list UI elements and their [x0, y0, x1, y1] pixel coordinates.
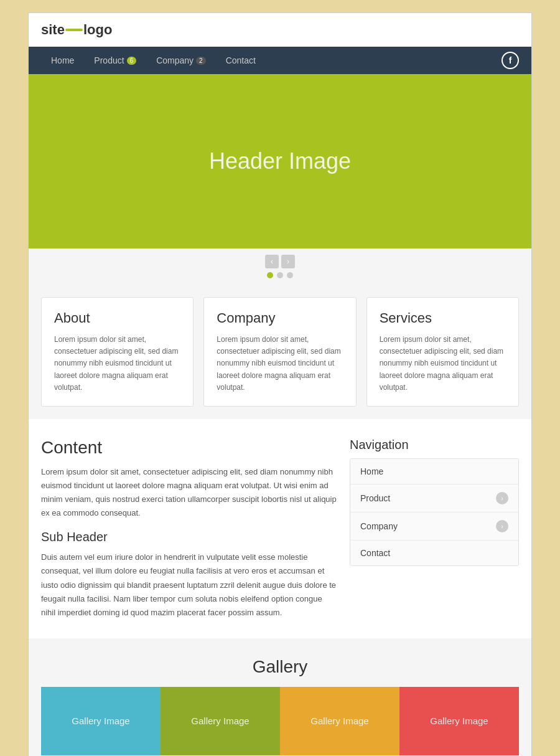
slider-prev-button[interactable]: ‹	[265, 255, 279, 268]
nav-item-contact[interactable]: Contact	[216, 47, 266, 74]
content-title: Content	[41, 438, 337, 458]
slider-arrows: ‹ ›	[265, 255, 295, 268]
card-about: About Lorem ipsum dolor sit amet, consec…	[41, 297, 194, 407]
gallery-section: Gallery Gallery Image Gallery Image Gall…	[29, 638, 531, 756]
slider-dot-2[interactable]	[277, 272, 283, 278]
nav-item-home-label: Home	[51, 55, 74, 65]
site-header: sitelogo	[29, 13, 531, 47]
gallery-item-1[interactable]: Gallery Image	[41, 687, 161, 755]
sidebar-nav: Home Product › Company › Contact	[350, 458, 519, 566]
nav-badge-company: 2	[196, 57, 206, 65]
sidebar-nav-home-label: Home	[360, 466, 383, 476]
card-company: Company Lorem ipsum dolor sit amet, cons…	[203, 297, 356, 407]
sidebar-nav-title: Navigation	[350, 438, 519, 452]
sidebar-nav-company-arrow: ›	[496, 520, 508, 532]
nav-item-product[interactable]: Product 6	[84, 47, 146, 74]
content-section: Content Lorem ipsum dolor sit amet, cons…	[29, 419, 531, 638]
slider-controls: ‹ ›	[29, 248, 531, 285]
logo-logo-text: logo	[83, 22, 112, 38]
nav-item-company[interactable]: Company 2	[146, 47, 215, 74]
card-about-text: Lorem ipsum dolor sit amet, consectetuer…	[54, 334, 180, 394]
sidebar-nav-item-company[interactable]: Company ›	[350, 513, 518, 541]
content-main: Content Lorem ipsum dolor sit amet, cons…	[41, 438, 337, 620]
nav-item-home[interactable]: Home	[41, 47, 84, 74]
nav-item-company-label: Company	[156, 55, 194, 65]
page-wrapper: sitelogo Home Product 6 Company 2 Contac…	[28, 12, 532, 756]
sidebar-nav-item-home[interactable]: Home	[350, 459, 518, 484]
gallery-grid: Gallery Image Gallery Image Gallery Imag…	[41, 687, 519, 755]
logo-dot-icon	[65, 29, 83, 31]
sidebar-nav-company-label: Company	[360, 521, 398, 531]
facebook-icon[interactable]: f	[502, 52, 519, 69]
card-about-title: About	[54, 310, 180, 326]
sub-header: Sub Header	[41, 530, 337, 544]
gallery-title: Gallery	[41, 657, 519, 677]
card-services-text: Lorem ipsum dolor sit amet, consectetuer…	[380, 334, 506, 394]
card-services-title: Services	[380, 310, 506, 326]
gallery-item-4[interactable]: Gallery Image	[399, 687, 519, 755]
slider-dot-1[interactable]	[267, 272, 273, 278]
content-sidebar: Navigation Home Product › Company › Cont…	[350, 438, 519, 620]
hero-title: Header Image	[209, 148, 351, 174]
sidebar-nav-product-label: Product	[360, 493, 390, 503]
card-company-title: Company	[217, 310, 343, 326]
nav-item-product-label: Product	[94, 55, 124, 65]
content-main-text: Lorem ipsum dolor sit amet, consectetuer…	[41, 465, 337, 520]
slider-dot-3[interactable]	[287, 272, 293, 278]
gallery-item-2[interactable]: Gallery Image	[161, 687, 280, 755]
card-company-text: Lorem ipsum dolor sit amet, consectetuer…	[217, 334, 343, 394]
gallery-item-3[interactable]: Gallery Image	[280, 687, 399, 755]
nav-item-contact-label: Contact	[226, 55, 256, 65]
sidebar-nav-contact-label: Contact	[360, 548, 390, 558]
slider-dots	[267, 272, 293, 278]
card-services: Services Lorem ipsum dolor sit amet, con…	[366, 297, 519, 407]
site-logo: sitelogo	[41, 22, 519, 38]
hero-section: Header Image	[29, 74, 531, 248]
nav-badge-product: 6	[127, 57, 137, 65]
slider-next-button[interactable]: ›	[281, 255, 295, 268]
sidebar-nav-product-arrow: ›	[496, 492, 508, 504]
nav-items: Home Product 6 Company 2 Contact	[41, 47, 502, 74]
logo-site-text: site	[41, 22, 65, 38]
cards-section: About Lorem ipsum dolor sit amet, consec…	[29, 285, 531, 419]
sidebar-nav-item-contact[interactable]: Contact	[350, 541, 518, 565]
sidebar-nav-item-product[interactable]: Product ›	[350, 484, 518, 513]
sub-text: Duis autem vel eum iriure dolor in hendr…	[41, 550, 337, 619]
main-nav: Home Product 6 Company 2 Contact f	[29, 47, 531, 74]
